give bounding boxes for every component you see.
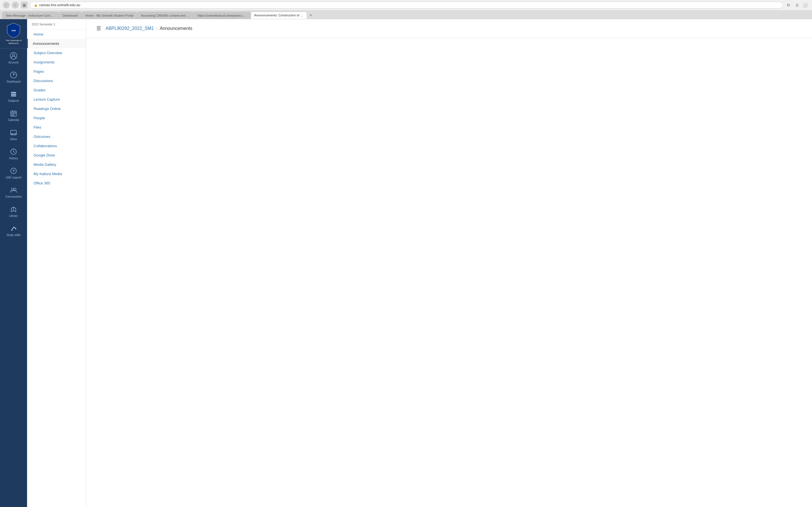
- subjects-label: Subjects: [8, 99, 19, 103]
- university-name-label: The University of Melbourne: [2, 39, 25, 45]
- svg-rect-12: [11, 113, 12, 114]
- svg-text:UOM: UOM: [11, 30, 15, 32]
- breadcrumb-current-page: Announcements: [160, 26, 192, 31]
- lms-support-label: LMS support: [6, 176, 22, 179]
- sidebar-item-history[interactable]: History: [0, 145, 27, 164]
- svg-point-25: [14, 188, 16, 190]
- sidebar-item-account[interactable]: Account: [0, 49, 27, 68]
- sidebar-item-subjects[interactable]: Subjects: [0, 87, 27, 106]
- svg-point-29: [11, 230, 12, 231]
- svg-point-24: [11, 188, 13, 190]
- breadcrumb: ABPL90292_2022_SM1 › Announcements: [106, 26, 192, 31]
- svg-rect-15: [11, 115, 12, 116]
- svg-rect-17: [11, 130, 16, 135]
- global-nav: UOM The University of Melbourne Account: [0, 19, 27, 507]
- dashboard-label: Dashboard: [7, 80, 20, 83]
- library-label: Library: [9, 214, 18, 218]
- browser-actions: ⎙ ⬜: [794, 2, 809, 8]
- new-tab-button[interactable]: +: [307, 11, 314, 19]
- main-content: ☰ ABPL90292_2022_SM1 › Announcements: [86, 19, 812, 507]
- course-nav-assignments[interactable]: Assignments: [27, 58, 86, 67]
- tab-4[interactable]: https://unimelbcloud.sharepoint.com/...: [194, 12, 250, 19]
- inbox-icon: [10, 128, 17, 136]
- tab-1[interactable]: Dashboard: [59, 12, 81, 19]
- tab-5[interactable]: Announcements: Construction of Buil...: [251, 11, 307, 19]
- course-nav-announcements[interactable]: Announcements: [27, 39, 86, 48]
- tab-0[interactable]: New Message - Instructure Community: [2, 12, 59, 19]
- back-button[interactable]: ‹: [3, 2, 10, 8]
- inbox-label: Inbox: [10, 137, 17, 141]
- course-nav-readings-online[interactable]: Readings Online: [27, 104, 86, 113]
- reload-button[interactable]: ↻: [785, 2, 792, 8]
- course-nav-my-kaltura-media[interactable]: My Kaltura Media: [27, 169, 86, 178]
- svg-point-2: [12, 54, 15, 56]
- expand-button[interactable]: ⬜: [801, 2, 809, 8]
- tab-3[interactable]: Accessing CANVAS content and Lectu...: [137, 12, 194, 19]
- sidebar-item-dashboard[interactable]: Dashboard: [0, 68, 27, 87]
- course-nav-subject-overview[interactable]: Subject Overview: [27, 48, 86, 58]
- breadcrumb-separator: ›: [156, 26, 158, 31]
- forward-button[interactable]: ›: [12, 2, 19, 8]
- svg-text:?: ?: [12, 169, 15, 173]
- sidebar-item-communities[interactable]: Communities: [0, 183, 27, 202]
- url-text: canvas.lms.unimelb.edu.au: [39, 3, 779, 7]
- communities-label: Communities: [5, 195, 22, 199]
- calendar-label: Calendar: [8, 118, 19, 122]
- communities-icon: [10, 186, 17, 194]
- study-skills-icon: [10, 224, 17, 232]
- sidebar-item-lms-support[interactable]: ? LMS support: [0, 164, 27, 183]
- svg-rect-16: [13, 115, 14, 116]
- calendar-icon: [10, 109, 17, 117]
- course-nav-office-365[interactable]: Office 365: [27, 178, 86, 188]
- lock-icon: 🔒: [34, 4, 38, 7]
- svg-rect-7: [11, 95, 16, 97]
- dashboard-icon: [10, 71, 17, 79]
- sidebar-item-inbox[interactable]: Inbox: [0, 125, 27, 145]
- svg-rect-13: [13, 113, 14, 114]
- share-button[interactable]: ⎙: [794, 2, 800, 8]
- university-logo[interactable]: UOM The University of Melbourne: [0, 19, 27, 49]
- course-nav: 2022 Semester 1 Home Announcements Subje…: [27, 19, 86, 507]
- account-icon: [10, 52, 17, 60]
- course-nav-files[interactable]: Files: [27, 123, 86, 132]
- course-nav-media-gallery[interactable]: Media Gallery: [27, 160, 86, 169]
- shield-logo: UOM: [6, 22, 20, 38]
- sidebar-item-library[interactable]: Library: [0, 202, 27, 221]
- library-icon: [10, 205, 17, 213]
- course-nav-pages[interactable]: Pages: [27, 67, 86, 76]
- course-nav-collaborations[interactable]: Collaborations: [27, 141, 86, 151]
- svg-point-30: [15, 228, 16, 229]
- breadcrumb-course-link[interactable]: ABPL90292_2022_SM1: [106, 26, 154, 31]
- course-nav-lecture-capture[interactable]: Lecture Capture: [27, 95, 86, 104]
- study-skills-label: Study skills: [6, 233, 20, 237]
- history-icon: [10, 148, 17, 156]
- svg-rect-5: [11, 92, 16, 93]
- course-nav-grades[interactable]: Grades: [27, 86, 86, 95]
- svg-rect-14: [14, 113, 15, 114]
- address-bar[interactable]: 🔒 canvas.lms.unimelb.edu.au: [30, 2, 783, 8]
- sidebar-button[interactable]: ▦: [21, 2, 27, 8]
- content-header: ☰ ABPL90292_2022_SM1 › Announcements: [86, 19, 812, 38]
- browser-tabs: New Message - Instructure Community Dash…: [0, 10, 812, 19]
- svg-rect-18: [11, 134, 16, 135]
- account-label: Account: [8, 61, 19, 64]
- course-nav-header: 2022 Semester 1: [27, 19, 86, 30]
- subjects-icon: [10, 90, 17, 98]
- browser-chrome: ‹ › ▦ 🔒 canvas.lms.unimelb.edu.au ↻ ⎙ ⬜ …: [0, 0, 812, 19]
- svg-rect-6: [11, 94, 16, 95]
- hamburger-button[interactable]: ☰: [95, 25, 103, 32]
- app-container: UOM The University of Melbourne Account: [0, 19, 812, 507]
- svg-point-4: [13, 74, 14, 75]
- course-nav-google-drive[interactable]: Google Drive: [27, 151, 86, 160]
- sidebar-item-calendar[interactable]: Calendar: [0, 106, 27, 125]
- lms-support-icon: ?: [10, 167, 17, 175]
- course-nav-outcomes[interactable]: Outcomes: [27, 132, 86, 141]
- sidebar-item-study-skills[interactable]: Study skills: [0, 221, 27, 240]
- tab-2[interactable]: Home - My Unimelb Student Portal: [82, 12, 137, 19]
- course-nav-discussions[interactable]: Discussions: [27, 76, 86, 86]
- browser-toolbar: ‹ › ▦ 🔒 canvas.lms.unimelb.edu.au ↻ ⎙ ⬜: [0, 0, 812, 10]
- history-label: History: [9, 157, 18, 160]
- course-nav-home[interactable]: Home: [27, 30, 86, 39]
- course-nav-people[interactable]: People: [27, 113, 86, 123]
